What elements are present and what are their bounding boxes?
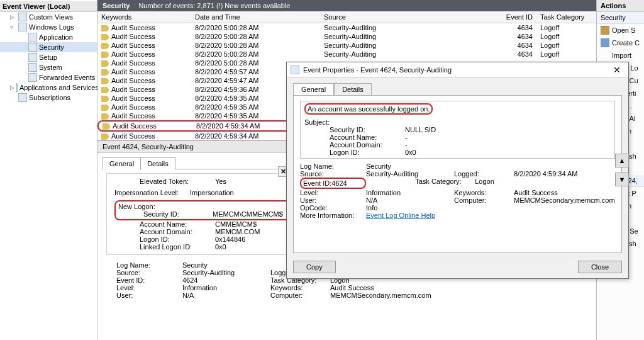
col-date[interactable]: Date and Time — [195, 13, 324, 21]
online-help-link[interactable]: Event Log Online Help — [366, 212, 435, 219]
dialog-tab-general[interactable]: General — [293, 83, 334, 95]
dialog-icon — [291, 65, 299, 74]
dialog-title-text: Event Properties - Event 4624, Security-… — [303, 66, 452, 74]
navigation-tree: Event Viewer (Local) ▷Custom Views▿Windo… — [0, 0, 97, 340]
tree-item[interactable]: ▿Windows Logs — [0, 22, 97, 32]
col-source[interactable]: Source — [324, 13, 505, 21]
prev-event-button[interactable]: ▲ — [615, 154, 629, 167]
tab-general[interactable]: General — [103, 157, 141, 169]
col-task[interactable]: Task Category — [536, 13, 596, 21]
action-item[interactable]: Import — [597, 49, 644, 62]
tree-item[interactable]: Application — [0, 32, 97, 42]
action-item[interactable]: Create C — [597, 37, 644, 49]
tree-item[interactable]: Subscriptions — [0, 93, 97, 103]
tree-item[interactable]: Forwarded Events — [0, 72, 97, 82]
tree-item[interactable]: Security — [0, 42, 97, 52]
dialog-tab-details[interactable]: Details — [334, 83, 372, 95]
dialog-titlebar[interactable]: Event Properties - Event 4624, Security-… — [287, 62, 628, 78]
next-event-button[interactable]: ▼ — [615, 173, 629, 186]
action-item[interactable]: Open S — [597, 24, 644, 37]
tree-item[interactable]: System — [0, 62, 97, 72]
tree-item[interactable]: ▷Applications and Services Lo — [0, 82, 97, 93]
tree-item[interactable]: ▷Custom Views — [0, 12, 97, 22]
col-eventid[interactable]: Event ID — [505, 13, 536, 21]
close-button[interactable]: Close — [578, 261, 622, 273]
log-header: Security Number of events: 2,871 (!) New… — [97, 0, 596, 11]
event-properties-dialog: Event Properties - Event 4624, Security-… — [286, 62, 629, 279]
copy-button[interactable]: Copy — [293, 261, 336, 273]
grid-header: Keywords Date and Time Source Event ID T… — [97, 11, 596, 23]
close-icon[interactable]: ✕ — [609, 65, 625, 75]
col-keywords[interactable]: Keywords — [97, 13, 195, 21]
event-row[interactable]: Audit Success8/2/2020 5:00:28 AMSecurity… — [97, 23, 596, 32]
tab-details[interactable]: Details — [140, 157, 175, 169]
tree-header: Event Viewer (Local) — [0, 1, 97, 12]
event-row[interactable]: Audit Success8/2/2020 5:00:28 AMSecurity… — [97, 32, 596, 41]
log-title: Security — [103, 2, 130, 9]
actions-header: Actions — [597, 0, 644, 12]
log-subtitle: Number of events: 2,871 (!) New events a… — [138, 2, 290, 9]
actions-section-security: Security — [597, 12, 644, 24]
event-row[interactable]: Audit Success8/2/2020 5:00:28 AMSecurity… — [97, 41, 596, 50]
event-message: An account was successfully logged on. — [304, 103, 433, 115]
tree-item[interactable]: Setup — [0, 52, 97, 62]
event-row[interactable]: Audit Success8/2/2020 5:00:28 AMSecurity… — [97, 50, 596, 59]
